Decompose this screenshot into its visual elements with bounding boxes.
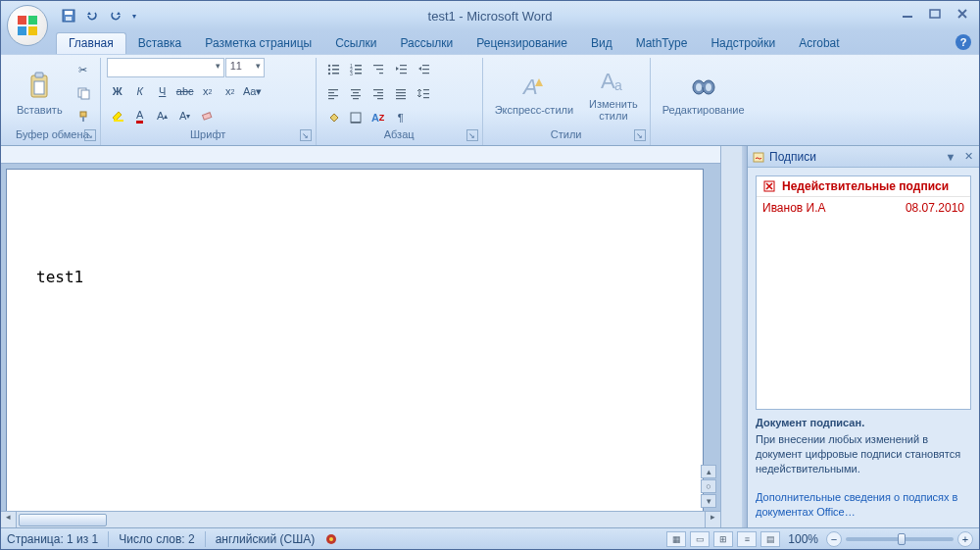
- tab-home[interactable]: Главная: [56, 32, 126, 54]
- view-outline-button[interactable]: ≡: [737, 531, 757, 547]
- signatures-pane: Подписи ▼ ✕ Недействительные подписи Ива…: [747, 146, 979, 527]
- shrink-font-button[interactable]: A▾: [174, 105, 196, 126]
- h-scroll-thumb[interactable]: [19, 514, 107, 526]
- shading-button[interactable]: [322, 107, 344, 128]
- status-word-count[interactable]: Число слов: 2: [119, 532, 194, 546]
- sort-button[interactable]: AZ: [368, 107, 389, 128]
- signatures-footer: Документ подписан. При внесении любых из…: [756, 416, 971, 520]
- zoom-out-button[interactable]: −: [826, 531, 842, 547]
- font-size-combo[interactable]: 11: [225, 58, 265, 77]
- cut-button[interactable]: ✂: [73, 59, 94, 80]
- vertical-scrollbar[interactable]: [720, 146, 742, 527]
- font-color-button[interactable]: A: [129, 105, 151, 126]
- signature-status-icon[interactable]: [324, 532, 338, 546]
- svg-rect-6: [66, 17, 72, 21]
- pane-close-button[interactable]: ✕: [961, 150, 975, 164]
- paste-button[interactable]: Вставить: [11, 69, 69, 118]
- page-scroll-area[interactable]: test1 ▴ ○ ▾: [1, 164, 720, 527]
- help-button[interactable]: ?: [956, 34, 971, 50]
- signatures-body: Недействительные подписи Иванов И.А 08.0…: [748, 168, 979, 527]
- status-page[interactable]: Страница: 1 из 1: [7, 532, 98, 546]
- pane-menu-button[interactable]: ▼: [944, 150, 957, 164]
- view-draft-button[interactable]: ▤: [760, 531, 780, 547]
- highlight-button[interactable]: [107, 105, 128, 126]
- view-web-button[interactable]: ⊞: [713, 531, 733, 547]
- superscript-button[interactable]: x2: [220, 80, 241, 102]
- change-case-button[interactable]: Aa▾: [242, 80, 264, 102]
- zoom-slider[interactable]: [846, 537, 954, 541]
- svg-point-66: [696, 83, 702, 91]
- view-full-screen-button[interactable]: ▭: [690, 531, 710, 547]
- tab-acrobat[interactable]: Acrobat: [787, 33, 851, 54]
- format-painter-button[interactable]: [73, 106, 94, 127]
- paragraph-launcher[interactable]: ↘: [466, 129, 478, 141]
- svg-rect-49: [373, 95, 383, 96]
- signatures-help-link[interactable]: Дополнительные сведения о подписях в док…: [756, 491, 957, 518]
- bullets-button[interactable]: [322, 58, 344, 79]
- horizontal-ruler[interactable]: [1, 146, 720, 164]
- help-icon: ?: [960, 36, 967, 48]
- signature-entry[interactable]: Иванов И.А 08.07.2010: [757, 197, 970, 219]
- pilcrow-icon: ¶: [398, 112, 404, 124]
- font-name-combo[interactable]: [107, 58, 224, 77]
- maximize-icon: [929, 9, 941, 19]
- view-print-layout-button[interactable]: ▦: [666, 531, 686, 547]
- align-left-button[interactable]: [322, 82, 344, 104]
- tab-mathtype[interactable]: MathType: [624, 33, 700, 54]
- svg-rect-17: [202, 113, 211, 120]
- font-launcher[interactable]: ↘: [300, 129, 312, 141]
- tab-review[interactable]: Рецензирование: [465, 33, 579, 54]
- underline-button[interactable]: Ч: [152, 80, 173, 102]
- svg-rect-37: [422, 69, 429, 70]
- clipboard-launcher[interactable]: ↘: [84, 129, 96, 141]
- office-button[interactable]: [7, 5, 48, 46]
- decrease-indent-button[interactable]: [390, 58, 412, 79]
- styles-launcher[interactable]: ↘: [634, 129, 646, 141]
- minimize-button[interactable]: [897, 5, 918, 23]
- close-button[interactable]: [952, 5, 973, 23]
- borders-button[interactable]: [345, 107, 367, 128]
- editing-button[interactable]: Редактирование: [657, 69, 751, 118]
- maximize-button[interactable]: [924, 5, 946, 23]
- change-styles-button[interactable]: Aa Изменить стили: [583, 63, 644, 124]
- grow-font-button[interactable]: A▴: [152, 105, 173, 126]
- numbering-button[interactable]: 123: [345, 58, 367, 79]
- align-center-button[interactable]: [345, 82, 367, 104]
- tab-mailings[interactable]: Рассылки: [388, 33, 465, 54]
- tab-references[interactable]: Ссылки: [323, 33, 388, 54]
- strike-button[interactable]: abc: [174, 80, 196, 102]
- signatures-pane-header: Подписи ▼ ✕: [748, 146, 979, 168]
- close-icon: [956, 9, 968, 19]
- subscript-button[interactable]: x2: [197, 80, 219, 102]
- quick-styles-button[interactable]: A Экспресс-стили: [489, 69, 579, 118]
- italic-button[interactable]: К: [129, 80, 151, 102]
- justify-button[interactable]: [390, 82, 412, 104]
- show-marks-button[interactable]: ¶: [390, 107, 412, 128]
- document-page[interactable]: test1: [7, 170, 703, 527]
- redo-button[interactable]: [105, 5, 126, 26]
- previous-page-button[interactable]: ▴: [701, 465, 716, 478]
- save-button[interactable]: [58, 5, 79, 26]
- status-language[interactable]: английский (США): [216, 532, 315, 546]
- horizontal-scrollbar[interactable]: ◂ ▸: [1, 511, 720, 527]
- line-spacing-button[interactable]: [413, 82, 434, 104]
- svg-rect-56: [423, 93, 429, 94]
- increase-indent-button[interactable]: [413, 58, 434, 79]
- browse-object-button[interactable]: ○: [701, 479, 716, 493]
- undo-button[interactable]: [81, 5, 103, 26]
- next-page-button[interactable]: ▾: [701, 494, 716, 508]
- align-right-button[interactable]: [368, 82, 389, 104]
- copy-button[interactable]: [73, 82, 94, 104]
- zoom-in-button[interactable]: +: [957, 531, 973, 547]
- multilevel-button[interactable]: [368, 58, 389, 79]
- tab-page-layout[interactable]: Разметка страницы: [193, 33, 323, 54]
- clear-format-button[interactable]: [197, 105, 219, 126]
- tab-view[interactable]: Вид: [579, 33, 624, 54]
- zoom-slider-knob[interactable]: [898, 533, 906, 545]
- tab-insert[interactable]: Вставка: [126, 33, 194, 54]
- tab-addins[interactable]: Надстройки: [699, 33, 787, 54]
- zoom-level[interactable]: 100%: [788, 532, 818, 546]
- bold-button[interactable]: Ж: [107, 80, 128, 102]
- outdent-icon: [394, 62, 408, 75]
- qat-customize-button[interactable]: ▾: [128, 5, 140, 26]
